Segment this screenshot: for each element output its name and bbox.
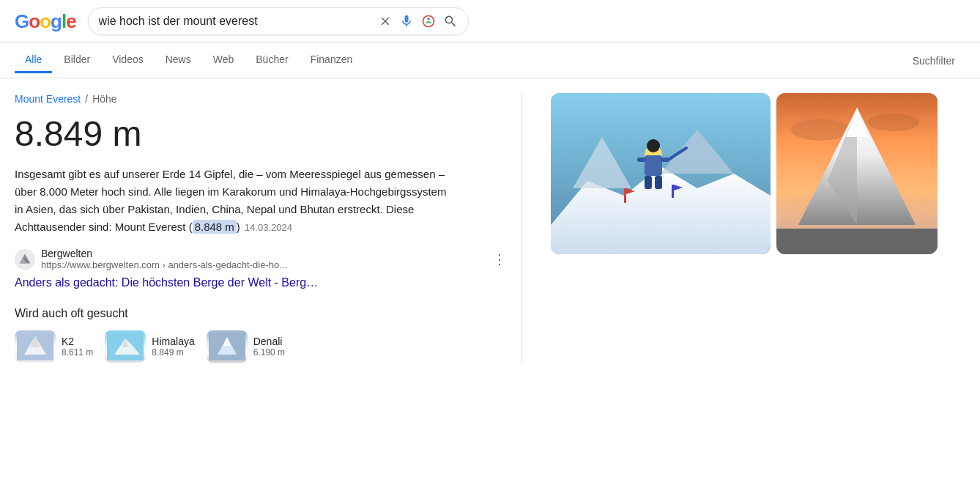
source-row: Bergwelten https://www.bergwelten.com › … — [15, 248, 506, 270]
main-content: Mount Everest / Höhe 8.849 m Insgesamt g… — [0, 78, 952, 377]
climber-scene-icon — [551, 93, 771, 254]
denali-name: Denali — [253, 336, 285, 347]
also-searched-item-himalaya[interactable]: Himalaya 8.849 m — [105, 330, 194, 363]
source-meta: Bergwelten https://www.bergwelten.com › … — [41, 248, 287, 270]
denali-sub: 6.190 m — [253, 347, 285, 358]
svg-rect-24 — [655, 176, 662, 189]
nav-item-alle[interactable]: Alle — [15, 48, 52, 73]
nav-left: Alle Bilder Videos News Web Bücher Finan… — [15, 48, 363, 73]
also-searched-title: Wird auch oft gesucht — [15, 307, 506, 320]
google-logo: Google — [15, 10, 76, 33]
himalaya-name: Himalaya — [152, 336, 194, 347]
nav-item-bilder[interactable]: Bilder — [53, 48, 100, 73]
search-icon — [443, 14, 458, 29]
nav-item-buecher[interactable]: Bücher — [245, 48, 298, 73]
himalaya-thumbnail-icon — [107, 333, 144, 360]
clear-icon — [379, 15, 392, 28]
mountain-image[interactable] — [776, 93, 938, 254]
climber-image[interactable] — [551, 93, 771, 254]
svg-rect-27 — [672, 185, 674, 198]
highlight-value: 8.848 m — [193, 220, 237, 234]
search-input[interactable] — [99, 15, 371, 28]
clear-button[interactable] — [379, 15, 392, 28]
also-searched-info-denali: Denali 6.190 m — [253, 336, 285, 358]
also-searched-thumb-himalaya — [105, 330, 146, 363]
svg-rect-19 — [645, 155, 662, 176]
also-searched-items: K2 8.611 m Himalaya 8. — [15, 330, 506, 363]
description: Insgesamt gibt es auf unserer Erde 14 Gi… — [15, 166, 454, 236]
breadcrumb-link[interactable]: Mount Everest — [15, 93, 81, 105]
microphone-icon — [399, 14, 414, 29]
lens-icon — [421, 14, 436, 29]
description-text-2: ) — [237, 221, 240, 233]
breadcrumb-separator: / — [85, 93, 88, 105]
svg-rect-21 — [661, 158, 669, 162]
source-article-link[interactable]: Anders als gedacht: Die höchsten Berge d… — [15, 276, 318, 289]
himalaya-sub: 8.849 m — [152, 347, 194, 358]
search-button[interactable] — [443, 14, 458, 29]
svg-point-18 — [647, 139, 660, 152]
images-row — [551, 93, 938, 254]
also-searched-item-k2[interactable]: K2 8.611 m — [15, 330, 93, 363]
also-searched-info-k2: K2 8.611 m — [62, 336, 93, 358]
svg-rect-20 — [637, 158, 646, 162]
nav-item-videos[interactable]: Videos — [102, 48, 154, 73]
header: Google — [0, 0, 980, 43]
mountain-favicon-icon — [17, 251, 33, 267]
svg-point-30 — [791, 119, 850, 141]
suchfilter-button[interactable]: Suchfilter — [902, 49, 965, 73]
source-favicon — [15, 249, 35, 270]
svg-rect-35 — [776, 229, 938, 254]
navigation: Alle Bilder Videos News Web Bücher Finan… — [0, 43, 980, 78]
search-bar[interactable] — [88, 7, 469, 35]
height-value: 8.849 m — [15, 114, 506, 154]
also-searched-info-himalaya: Himalaya 8.849 m — [152, 336, 194, 358]
search-icons — [379, 14, 458, 29]
k2-thumbnail-icon — [17, 333, 53, 360]
also-searched-item-denali[interactable]: Denali 6.190 m — [207, 330, 285, 363]
nav-item-web[interactable]: Web — [203, 48, 245, 73]
svg-rect-23 — [645, 176, 652, 189]
lens-search-button[interactable] — [421, 14, 436, 29]
source-name: Bergwelten — [41, 248, 287, 259]
denali-thumbnail-icon — [209, 333, 245, 360]
left-panel: Mount Everest / Höhe 8.849 m Insgesamt g… — [15, 93, 506, 363]
svg-point-1 — [427, 18, 429, 20]
breadcrumb-current: Höhe — [92, 93, 116, 105]
mountain-scene-icon — [776, 93, 938, 254]
voice-search-button[interactable] — [399, 14, 414, 29]
k2-sub: 8.611 m — [62, 347, 93, 358]
breadcrumb: Mount Everest / Höhe — [15, 93, 506, 105]
also-searched-thumb-k2 — [15, 330, 56, 363]
more-options-icon[interactable]: ⋮ — [493, 251, 506, 267]
also-searched-thumb-denali — [207, 330, 248, 363]
also-searched-section: Wird auch oft gesucht K2 8.611 m — [15, 307, 506, 363]
nav-item-finanzen[interactable]: Finanzen — [300, 48, 363, 73]
result-date: 14.03.2024 — [245, 222, 292, 233]
right-panel — [521, 93, 938, 363]
nav-item-news[interactable]: News — [155, 48, 201, 73]
source-url: https://www.bergwelten.com › anders-als-… — [41, 259, 287, 270]
k2-name: K2 — [62, 336, 93, 347]
svg-rect-25 — [624, 188, 626, 203]
svg-point-31 — [868, 114, 919, 131]
